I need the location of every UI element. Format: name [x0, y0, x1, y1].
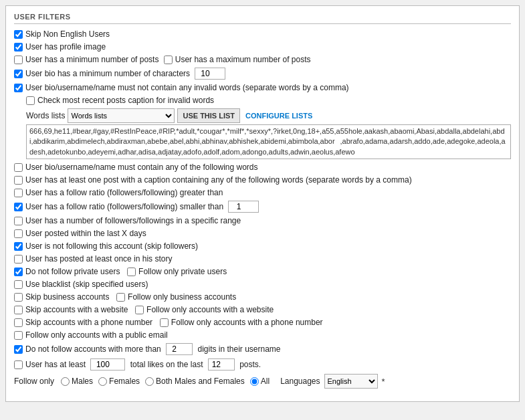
- posted-story-checkbox[interactable]: [14, 255, 23, 264]
- follow-only-website-label[interactable]: Follow only accounts with a website: [135, 305, 274, 314]
- posted-within-checkbox[interactable]: [14, 229, 23, 238]
- user-filters-panel: USER FILTERS Skip Non English Users User…: [5, 5, 520, 402]
- radio-both[interactable]: [145, 377, 154, 386]
- skip-business-checkbox[interactable]: [14, 293, 23, 302]
- gender-radio-group: Males Females Both Males and Females All: [61, 377, 270, 386]
- follow-only-phone-label[interactable]: Follow only accounts with a phone number: [160, 318, 323, 327]
- digits-input[interactable]: [166, 343, 193, 355]
- do-not-follow-private-label[interactable]: Do not follow private users: [14, 267, 120, 276]
- public-email-row: Follow only accounts with a public email: [14, 330, 511, 340]
- min-posts-checkbox[interactable]: [14, 56, 23, 64]
- languages-label: Languages: [280, 377, 320, 386]
- skip-business-label[interactable]: Skip business accounts: [14, 292, 109, 302]
- private-row: Do not follow private users Follow only …: [14, 267, 511, 276]
- followers-range-label[interactable]: User has a number of followers/following…: [14, 216, 241, 225]
- panel-title: USER FILTERS: [14, 13, 511, 24]
- public-email-checkbox[interactable]: [14, 331, 23, 340]
- follow-only-label: Follow only: [14, 377, 54, 386]
- skip-phone-label[interactable]: Skip accounts with a phone number: [14, 318, 152, 327]
- skip-website-label[interactable]: Skip accounts with a website: [14, 305, 128, 314]
- blacklist-row: Use blacklist (skip specified users): [14, 280, 511, 289]
- posted-story-row: User has posted at least once in his sto…: [14, 254, 511, 264]
- min-bio-chars-label[interactable]: User bio has a minimum number of charact…: [14, 69, 190, 78]
- follow-only-private-label[interactable]: Follow only private users: [127, 267, 227, 276]
- bio-must-contain-row: User bio/username/name must contain any …: [14, 163, 511, 172]
- follow-ratio-greater-row: User has a follow ratio (followers/follo…: [14, 188, 511, 197]
- total-likes-row: User has at least total likes on the las…: [14, 358, 511, 371]
- use-this-list-button[interactable]: USE THIS LIST: [177, 108, 240, 123]
- max-posts-label[interactable]: User has a maximum number of posts: [164, 55, 311, 64]
- radio-all[interactable]: [250, 377, 259, 386]
- profile-image-label[interactable]: User has profile image: [14, 42, 106, 51]
- digits-checkbox[interactable]: [14, 345, 23, 354]
- blacklist-label[interactable]: Use blacklist (skip specified users): [14, 280, 148, 289]
- website-row: Skip accounts with a website Follow only…: [14, 305, 511, 314]
- radio-both-label[interactable]: Both Males and Females: [145, 377, 245, 386]
- phone-row: Skip accounts with a phone number Follow…: [14, 318, 511, 327]
- words-content: 666,69,he11,#bear,#gay,#RestInPeace,#RIP…: [26, 124, 511, 159]
- skip-phone-checkbox[interactable]: [14, 318, 23, 327]
- posted-story-label[interactable]: User has posted at least once in his sto…: [14, 254, 172, 264]
- words-lists-row: Words lists Words lists USE THIS LIST CO…: [26, 108, 511, 123]
- min-bio-chars-checkbox[interactable]: [14, 70, 23, 78]
- total-likes-input[interactable]: [90, 358, 125, 371]
- total-likes-middle: total likes on the last: [130, 360, 203, 369]
- total-likes-checkbox[interactable]: [14, 360, 23, 369]
- post-caption-checkbox[interactable]: [14, 176, 23, 185]
- follow-ratio-smaller-label[interactable]: User has a follow ratio (followers/follo…: [14, 202, 223, 211]
- skip-non-english-checkbox[interactable]: [14, 30, 23, 39]
- bio-no-invalid-row: User bio/username/name must not contain …: [14, 83, 511, 92]
- bio-no-invalid-label[interactable]: User bio/username/name must not contain …: [14, 83, 349, 92]
- follow-only-business-label[interactable]: Follow only business accounts: [116, 292, 236, 302]
- check-recent-caption-label[interactable]: Check most recent posts caption for inva…: [26, 96, 214, 105]
- bio-must-contain-label[interactable]: User bio/username/name must contain any …: [14, 163, 258, 172]
- do-not-follow-private-checkbox[interactable]: [14, 268, 23, 276]
- follow-ratio-smaller-input[interactable]: [228, 201, 259, 213]
- check-recent-caption-checkbox[interactable]: [26, 96, 35, 105]
- min-posts-label[interactable]: User has a minimum number of posts: [14, 55, 159, 64]
- public-email-label[interactable]: Follow only accounts with a public email: [14, 330, 168, 340]
- follow-only-phone-checkbox[interactable]: [160, 318, 169, 327]
- posted-within-row: User posted within the last X days: [14, 229, 511, 238]
- radio-all-label[interactable]: All: [250, 377, 270, 386]
- skip-non-english-row: Skip Non English Users: [14, 29, 511, 39]
- follow-ratio-greater-checkbox[interactable]: [14, 189, 23, 197]
- posted-within-label[interactable]: User posted within the last X days: [14, 229, 146, 238]
- bio-no-invalid-checkbox[interactable]: [14, 84, 23, 92]
- follow-ratio-greater-label[interactable]: User has a follow ratio (followers/follo…: [14, 188, 223, 197]
- not-following-label[interactable]: User is not following this account (skip…: [14, 241, 198, 251]
- configure-lists-button[interactable]: CONFIGURE LISTS: [243, 108, 315, 123]
- words-lists-select[interactable]: Words lists: [68, 108, 175, 123]
- total-likes-main-label[interactable]: User has at least: [14, 360, 86, 369]
- min-bio-chars-input[interactable]: [195, 68, 225, 80]
- radio-females-label[interactable]: Females: [98, 377, 140, 386]
- follow-only-website-checkbox[interactable]: [135, 306, 144, 314]
- words-content-container: 666,69,he11,#bear,#gay,#RestInPeace,#RIP…: [26, 124, 511, 159]
- check-recent-caption-row: Check most recent posts caption for inva…: [26, 96, 511, 105]
- posts-row: User has a minimum number of posts User …: [14, 55, 511, 64]
- follow-ratio-smaller-row: User has a follow ratio (followers/follo…: [14, 201, 511, 213]
- business-row: Skip business accounts Follow only busin…: [14, 292, 511, 302]
- languages-select[interactable]: English: [324, 374, 378, 389]
- follow-only-business-checkbox[interactable]: [116, 293, 125, 302]
- follow-only-private-checkbox[interactable]: [127, 268, 136, 276]
- bio-must-contain-checkbox[interactable]: [14, 163, 23, 172]
- radio-females[interactable]: [98, 377, 107, 386]
- digits-main-label[interactable]: Do not follow accounts with more than: [14, 344, 161, 354]
- profile-image-checkbox[interactable]: [14, 43, 23, 51]
- follow-ratio-smaller-checkbox[interactable]: [14, 203, 23, 211]
- profile-image-row: User has profile image: [14, 42, 511, 51]
- skip-non-english-label[interactable]: Skip Non English Users: [14, 29, 110, 39]
- followers-range-checkbox[interactable]: [14, 217, 23, 225]
- radio-males[interactable]: [61, 377, 70, 386]
- total-likes-suffix: posts.: [239, 360, 261, 369]
- skip-website-checkbox[interactable]: [14, 306, 23, 314]
- blacklist-checkbox[interactable]: [14, 280, 23, 289]
- max-posts-checkbox[interactable]: [164, 56, 173, 64]
- radio-males-label[interactable]: Males: [61, 377, 93, 386]
- asterisk: *: [382, 377, 385, 387]
- not-following-checkbox[interactable]: [14, 242, 23, 251]
- post-caption-label[interactable]: User has at least one post with a captio…: [14, 175, 412, 185]
- total-likes-posts-input[interactable]: [208, 358, 235, 371]
- followers-range-row: User has a number of followers/following…: [14, 216, 511, 225]
